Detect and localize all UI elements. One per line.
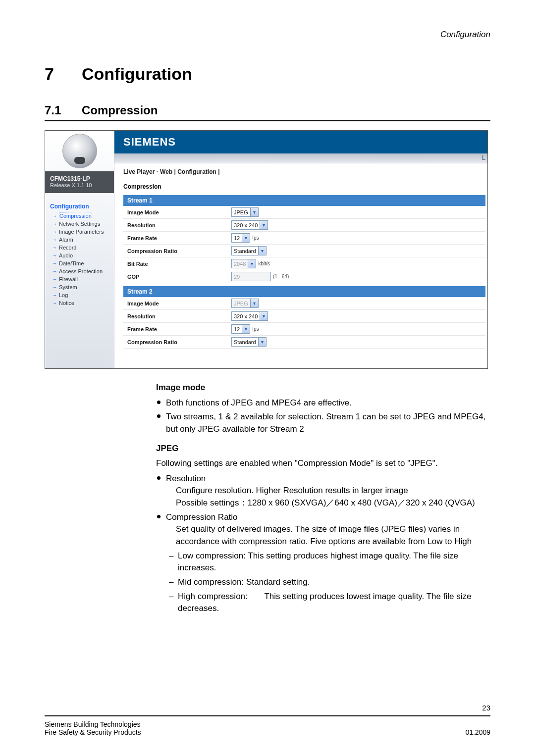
arrow-icon: → (52, 213, 57, 219)
footer-division: Fire Safety & Security Products (45, 728, 141, 736)
sidebar-item-image-parameters[interactable]: →Image Parameters (45, 228, 114, 236)
stream1-table: Stream 1 Image Mode JPEG▾ Resolution 320… (123, 195, 485, 283)
compression-ratio-select[interactable]: Standard▾ (231, 337, 267, 347)
footer-org: Siemens Building Technologies (45, 720, 141, 728)
bit-rate-select: 2048▾ (231, 259, 256, 268)
arrow-icon: → (52, 221, 57, 227)
embedded-screenshot: CFMC1315-LP Release X.1.1.10 Configurati… (45, 130, 488, 369)
running-header: Configuration (440, 30, 490, 40)
chevron-down-icon: ▾ (250, 208, 258, 216)
device-release: Release X.1.1.10 (50, 182, 109, 188)
sidebar: CFMC1315-LP Release X.1.1.10 Configurati… (45, 131, 114, 368)
resolution-select[interactable]: 320 x 240▾ (231, 220, 268, 230)
compression-ratio-select[interactable]: Standard▾ (231, 246, 267, 255)
frame-rate-select[interactable]: 12▾ (231, 233, 250, 243)
camera-icon (62, 134, 97, 168)
sidebar-item-system[interactable]: →System (45, 283, 114, 291)
image-mode-select: JPEG▾ (231, 299, 259, 308)
stream2-header: Stream 2 (123, 286, 485, 297)
sidebar-item-audio[interactable]: →Audio (45, 252, 114, 259)
dash-bullet: Mid compression: Standard setting. (166, 576, 490, 589)
stream2-table: Stream 2 Image Mode JPEG▾ Resolution 320… (123, 286, 485, 349)
chevron-down-icon: ▾ (258, 247, 266, 255)
arrow-icon: → (52, 292, 57, 298)
chevron-down-icon: ▾ (242, 234, 250, 242)
section-title: 7.1Compression (45, 103, 490, 121)
image-mode-select[interactable]: JPEG▾ (231, 207, 259, 217)
breadcrumb[interactable]: Live Player - Web | Configuration | (114, 163, 487, 178)
sidebar-item-record[interactable]: →Record (45, 244, 114, 252)
stream1-image-mode-row: Image Mode JPEG▾ (123, 206, 485, 219)
stream2-resolution-row: Resolution 320 x 240▾ (123, 310, 485, 323)
chapter-title: 7Configuration (45, 64, 490, 84)
arrow-icon: → (52, 237, 57, 243)
device-id-block: CFMC1315-LP Release X.1.1.10 (45, 171, 114, 193)
frame-rate-select[interactable]: 12▾ (231, 324, 250, 334)
label: Bit Rate (127, 261, 231, 267)
chevron-down-icon: ▾ (258, 338, 266, 346)
chapter-number: 7 (45, 64, 82, 84)
gop-range: (1 - 64) (273, 274, 289, 279)
label: Resolution (127, 222, 231, 228)
stream1-frame-rate-row: Frame Rate 12▾fps (123, 232, 485, 245)
unit: kbit/s (258, 261, 269, 266)
label: Image Mode (127, 301, 231, 306)
jpeg-heading: JPEG (156, 443, 490, 455)
bullet-resolution: Resolution Configure resolution. Higher … (156, 473, 490, 509)
sidebar-header: Configuration (45, 193, 114, 212)
dash-bullet: Low compression: This setting produces h… (166, 550, 490, 574)
page-footer: 23 Siemens Building Technologies Fire Sa… (45, 715, 490, 736)
stream2-frame-rate-row: Frame Rate 12▾fps (123, 323, 485, 336)
stream1-bit-rate-row: Bit Rate 2048▾kbit/s (123, 257, 485, 270)
stream2-compression-ratio-row: Compression Ratio Standard▾ (123, 336, 485, 349)
footer-date: 01.2009 (465, 728, 490, 736)
bullet: Both functions of JPEG and MPEG4 are eff… (156, 397, 490, 409)
bullet: Two streams, 1 & 2 available for selecti… (156, 411, 490, 435)
brand-bar-letter: L (482, 154, 485, 161)
bullet-compression-ratio: Compression Ratio Set quality of deliver… (156, 511, 490, 615)
chevron-down-icon: ▾ (248, 259, 256, 268)
sidebar-item-firewall[interactable]: →Firewall (45, 275, 114, 283)
page-number: 23 (482, 704, 490, 712)
jpeg-intro: Following settings are enabled when "Com… (156, 457, 490, 470)
arrow-icon: → (52, 252, 57, 258)
arrow-icon: → (52, 229, 57, 235)
device-model: CFMC1315-LP (50, 175, 109, 182)
section-title-text: Compression (82, 103, 158, 117)
sidebar-item-notice[interactable]: →Notice (45, 299, 114, 307)
chapter-title-text: Configuration (82, 64, 192, 83)
arrow-icon: → (52, 284, 57, 290)
arrow-icon: → (52, 268, 57, 274)
stream1-compression-ratio-row: Compression Ratio Standard▾ (123, 245, 485, 257)
chevron-down-icon: ▾ (250, 299, 258, 307)
label: Resolution (127, 313, 231, 319)
arrow-icon: → (52, 260, 57, 266)
sidebar-item-log[interactable]: →Log (45, 291, 114, 299)
arrow-icon: → (52, 245, 57, 251)
label: GOP (127, 274, 231, 280)
label: Compression Ratio (127, 339, 231, 345)
chevron-down-icon: ▾ (260, 221, 268, 229)
arrow-icon: → (52, 276, 57, 282)
sidebar-item-compression[interactable]: →Compression (45, 212, 114, 220)
sidebar-item-access-protection[interactable]: →Access Protection (45, 267, 114, 275)
main-panel: SIEMENS L Live Player - Web | Configurat… (114, 131, 487, 368)
sidebar-item-alarm[interactable]: →Alarm (45, 236, 114, 244)
unit: fps (252, 235, 259, 241)
resolution-select[interactable]: 320 x 240▾ (231, 311, 268, 321)
body-text: Image mode Both functions of JPEG and MP… (156, 382, 490, 615)
sidebar-item-datetime[interactable]: →Date/Time (45, 259, 114, 267)
unit: fps (252, 326, 259, 332)
sidebar-item-network-settings[interactable]: →Network Settings (45, 220, 114, 228)
label: Frame Rate (127, 326, 231, 332)
arrow-icon: → (52, 300, 57, 306)
section-number: 7.1 (45, 103, 82, 117)
label: Frame Rate (127, 235, 231, 241)
chevron-down-icon: ▾ (242, 325, 250, 333)
stream2-image-mode-row: Image Mode JPEG▾ (123, 297, 485, 310)
page-title: Compression (114, 178, 487, 195)
stream1-gop-row: GOP 29(1 - 64) (123, 270, 485, 283)
sub-brand-bar: L (114, 153, 487, 163)
label: Image Mode (127, 209, 231, 215)
brand-bar: SIEMENS (114, 131, 487, 153)
